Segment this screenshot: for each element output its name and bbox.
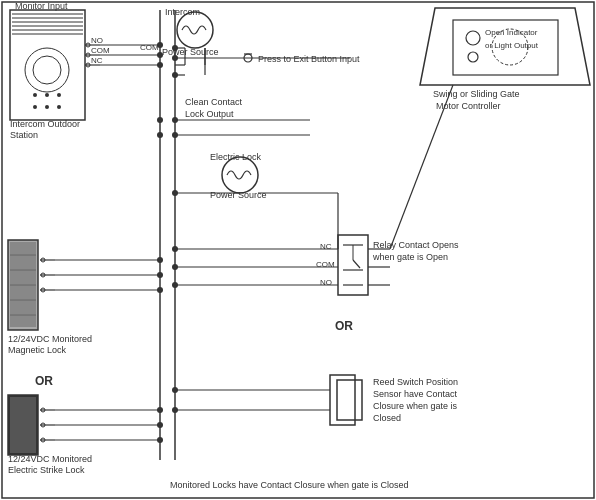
svg-text:or Light Output: or Light Output bbox=[485, 41, 539, 50]
svg-point-11 bbox=[33, 93, 37, 97]
svg-point-109 bbox=[172, 264, 178, 270]
svg-text:12/24VDC Monitored: 12/24VDC Monitored bbox=[8, 454, 92, 464]
svg-point-43 bbox=[157, 52, 163, 58]
svg-point-16 bbox=[57, 105, 61, 109]
svg-text:Swing or Sliding Gate: Swing or Sliding Gate bbox=[433, 89, 520, 99]
svg-text:OR: OR bbox=[335, 319, 353, 333]
svg-text:12/24VDC Monitored: 12/24VDC Monitored bbox=[8, 334, 92, 344]
svg-text:Sensor have Contact: Sensor have Contact bbox=[373, 389, 458, 399]
svg-point-140 bbox=[172, 190, 178, 196]
svg-text:Closed: Closed bbox=[373, 413, 401, 423]
svg-text:Electric Strike Lock: Electric Strike Lock bbox=[8, 465, 85, 475]
svg-text:NC: NC bbox=[91, 56, 103, 65]
svg-point-44 bbox=[157, 62, 163, 68]
svg-point-148 bbox=[157, 117, 163, 123]
svg-point-138 bbox=[172, 72, 178, 78]
svg-point-108 bbox=[172, 246, 178, 252]
svg-text:Intercom: Intercom bbox=[165, 7, 200, 17]
svg-text:Open Indicator: Open Indicator bbox=[485, 28, 538, 37]
wiring-diagram: Monitor Input NO COM NC Intercom Outdoor… bbox=[0, 0, 596, 500]
svg-text:Monitor Input: Monitor Input bbox=[15, 1, 68, 11]
svg-text:Power Source: Power Source bbox=[162, 47, 219, 57]
svg-text:Monitored Locks have Contact C: Monitored Locks have Contact Closure whe… bbox=[170, 480, 409, 490]
svg-text:Electric Lock: Electric Lock bbox=[210, 152, 262, 162]
svg-point-144 bbox=[172, 117, 178, 123]
svg-point-88 bbox=[157, 407, 163, 413]
svg-point-110 bbox=[172, 282, 178, 288]
svg-point-146 bbox=[172, 132, 178, 138]
svg-text:OR: OR bbox=[35, 374, 53, 388]
svg-point-132 bbox=[172, 55, 178, 61]
svg-point-117 bbox=[172, 407, 178, 413]
svg-point-83 bbox=[157, 272, 163, 278]
svg-text:Clean Contact: Clean Contact bbox=[185, 97, 243, 107]
svg-point-116 bbox=[172, 387, 178, 393]
svg-point-12 bbox=[45, 93, 49, 97]
svg-text:Station: Station bbox=[10, 130, 38, 140]
svg-point-84 bbox=[157, 287, 163, 293]
svg-point-82 bbox=[157, 257, 163, 263]
svg-text:Power Source: Power Source bbox=[210, 190, 267, 200]
svg-text:COM: COM bbox=[140, 43, 159, 52]
svg-point-137 bbox=[172, 45, 178, 51]
svg-text:NO: NO bbox=[320, 278, 332, 287]
svg-text:Press to Exit Button Input: Press to Exit Button Input bbox=[258, 54, 360, 64]
svg-text:Intercom Outdoor: Intercom Outdoor bbox=[10, 119, 80, 129]
svg-text:Magnetic Lock: Magnetic Lock bbox=[8, 345, 67, 355]
svg-text:when gate is Open: when gate is Open bbox=[372, 252, 448, 262]
svg-text:Closure when gate is: Closure when gate is bbox=[373, 401, 458, 411]
svg-point-15 bbox=[45, 105, 49, 109]
svg-point-13 bbox=[57, 93, 61, 97]
svg-text:COM: COM bbox=[91, 46, 110, 55]
svg-text:Lock Output: Lock Output bbox=[185, 109, 234, 119]
svg-text:NC: NC bbox=[320, 242, 332, 251]
svg-rect-70 bbox=[10, 397, 36, 453]
svg-text:NO: NO bbox=[91, 36, 103, 45]
svg-point-90 bbox=[157, 437, 163, 443]
svg-text:COM: COM bbox=[316, 260, 335, 269]
svg-point-89 bbox=[157, 422, 163, 428]
svg-point-14 bbox=[33, 105, 37, 109]
svg-point-149 bbox=[157, 132, 163, 138]
svg-text:Reed Switch Position: Reed Switch Position bbox=[373, 377, 458, 387]
